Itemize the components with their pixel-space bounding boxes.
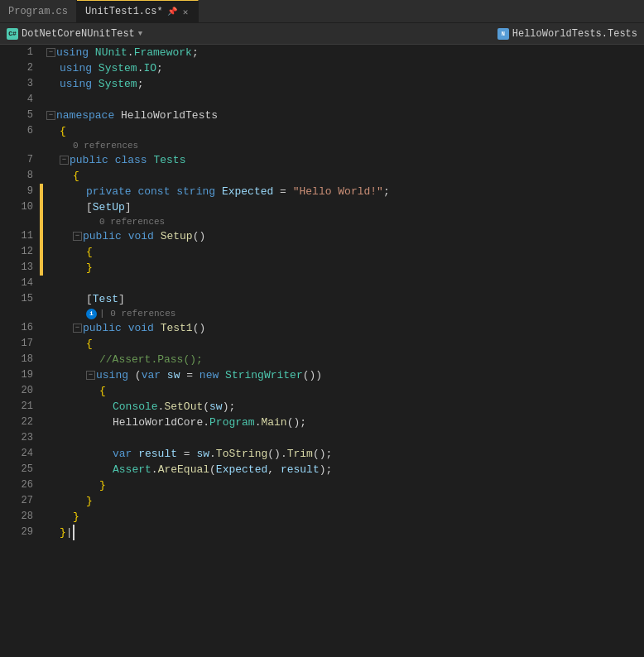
line-10: 10 <box>0 199 33 215</box>
brace-open-using: { <box>99 383 106 399</box>
line-27: 27 <box>0 493 33 509</box>
ref-hint-setup-text: 0 references <box>99 215 165 228</box>
line-4: 4 <box>0 92 33 108</box>
kw-public-3: public <box>83 320 122 336</box>
method-setup: Setup <box>161 228 193 244</box>
code-line-4 <box>46 92 644 108</box>
tab-pin-icon[interactable]: 📌 <box>167 7 177 17</box>
line-20: 20 <box>0 383 33 399</box>
code-line-21: Console.SetOut(sw); <box>46 399 644 415</box>
method-setout: SetOut <box>164 399 203 415</box>
collapse-1[interactable]: − <box>46 48 55 57</box>
brace-close-using: } <box>99 477 106 493</box>
line-12: 12 <box>0 244 33 260</box>
method-main: Main <box>261 415 286 430</box>
line-19: 19 <box>0 367 33 383</box>
namespace-name: HelloWorldTests.Tests <box>512 28 637 40</box>
var-sw: sw <box>167 367 180 383</box>
ns-hwc: HelloWorldCore <box>113 415 203 430</box>
tab-close-icon[interactable]: ✕ <box>181 6 190 18</box>
line-3: 3 <box>0 76 33 92</box>
line-28: 28 <box>0 509 33 525</box>
code-line-1: − using NUnit.Framework; <box>46 45 644 60</box>
project-bar: C# DotNetCoreNUnitTest ▼ N HelloWorldTes… <box>0 23 644 45</box>
ns-system: System <box>99 76 137 92</box>
kw-const: const <box>137 184 170 199</box>
str-hello-world: "Hello World!" <box>293 184 383 199</box>
code-content: − using NUnit.Framework; using System.IO… <box>43 45 644 657</box>
code-line-19: − using (var sw = new StringWriter()) <box>46 367 644 383</box>
line-16: 16 <box>0 320 33 336</box>
namespace-icon: N <box>497 28 509 40</box>
method-tostring: ToString <box>216 446 267 462</box>
brace-close-ns: } <box>60 525 66 540</box>
line-5: 5 <box>0 108 33 123</box>
brace-open-class: { <box>73 168 79 184</box>
line-15: 15 <box>0 291 33 307</box>
line-23: 23 <box>0 430 33 446</box>
brace-close-class: } <box>73 509 79 525</box>
var-result: result <box>138 446 177 462</box>
collapse-7[interactable]: − <box>60 156 69 165</box>
kw-using-1: using <box>56 45 89 60</box>
code-area: 1 2 3 4 5 6 7 8 9 10 11 12 13 14 15 16 1… <box>0 45 644 657</box>
line-2: 2 <box>0 60 33 76</box>
line-26: 26 <box>0 477 33 493</box>
method-test1: Test1 <box>161 320 193 336</box>
class-name-tests: Tests <box>153 152 185 168</box>
line-17: 17 <box>0 336 33 352</box>
ns-nunit: NUnit <box>95 45 127 60</box>
code-line-5: − namespace HelloWorldTests <box>46 108 644 123</box>
code-line-24: var result = sw.ToString().Trim(); <box>46 446 644 462</box>
type-program: Program <box>209 415 255 430</box>
line-8: 8 <box>0 168 33 184</box>
attr-setup: SetUp <box>93 199 125 215</box>
kw-var-2: var <box>113 446 132 462</box>
kw-namespace: namespace <box>56 108 114 123</box>
namespace-selector[interactable]: N HelloWorldTests.Tests <box>497 28 637 40</box>
line-25: 25 <box>0 462 33 477</box>
line-6r <box>0 139 33 152</box>
project-name: DotNetCoreNUnitTest <box>22 28 135 40</box>
code-line-16: − public void Test1() <box>46 320 644 336</box>
info-icon: i <box>86 309 97 319</box>
code-line-22: HelloWorldCore.Program.Main(); <box>46 415 644 430</box>
var-sw-2: sw <box>209 399 223 415</box>
tab-unittest[interactable]: UnitTest1.cs* 📌 ✕ <box>77 0 199 22</box>
type-assert: Assert <box>113 462 151 477</box>
project-selector[interactable]: C# DotNetCoreNUnitTest ▼ <box>7 28 142 40</box>
code-line-7: − public class Tests <box>46 152 644 168</box>
brace-open-test1: { <box>86 336 93 352</box>
collapse-5[interactable]: − <box>46 111 55 120</box>
code-line-10: [SetUp] <box>46 199 644 215</box>
ns-framework: Framework <box>134 45 192 60</box>
code-line-2: using System.IO; <box>46 60 644 76</box>
ref-hint-class: 0 references <box>46 139 644 152</box>
var-expected: Expected <box>222 184 273 199</box>
param-expected: Expected <box>216 462 267 477</box>
line-1: 1 <box>0 45 33 60</box>
kw-using-3: using <box>60 76 92 92</box>
collapse-19[interactable]: − <box>86 371 95 380</box>
line-11: 11 <box>0 228 33 244</box>
var-sw-3: sw <box>196 446 209 462</box>
line-6: 6 <box>0 123 33 139</box>
collapse-16[interactable]: − <box>73 324 82 333</box>
line-7: 7 <box>0 152 33 168</box>
line-15r <box>0 307 33 320</box>
kw-using-stmt: using <box>96 367 128 383</box>
collapse-11[interactable]: − <box>73 232 82 241</box>
code-line-11: − public void Setup() <box>46 228 644 244</box>
ref-hint-setup: 0 references <box>46 215 644 228</box>
tab-program-label: Program.cs <box>8 6 68 17</box>
code-line-3: using System; <box>46 76 644 92</box>
kw-new-1: new <box>199 367 219 383</box>
code-line-29: }| <box>46 525 644 540</box>
tab-program[interactable]: Program.cs <box>0 0 77 22</box>
code-line-20: { <box>46 383 644 399</box>
line-21: 21 <box>0 399 33 415</box>
ref-hint-test1: i | 0 references <box>46 307 644 320</box>
brace-close-test1: } <box>86 493 93 509</box>
space <box>89 45 95 60</box>
ref-hint-test1-text: | 0 references <box>99 307 175 320</box>
